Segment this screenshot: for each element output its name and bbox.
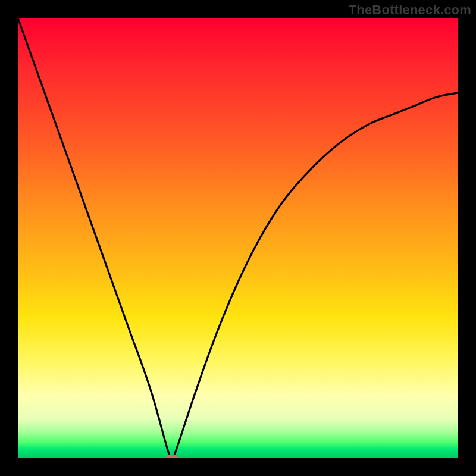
- plot-area: [18, 18, 458, 458]
- minimum-marker: [166, 455, 178, 458]
- watermark-text: TheBottleneck.com: [349, 2, 471, 18]
- chart-stage: TheBottleneck.com: [0, 0, 476, 476]
- bottleneck-curve: [18, 18, 458, 458]
